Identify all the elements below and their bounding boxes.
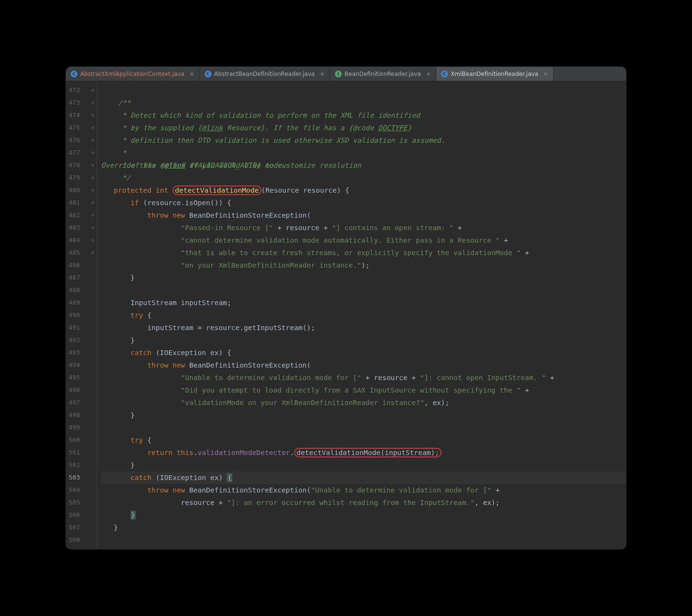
line-number: 495	[69, 371, 80, 384]
line-number: 503	[69, 471, 80, 484]
code-line[interactable]: try {	[101, 434, 626, 446]
line-number: 481	[69, 197, 80, 209]
line-number: 500	[69, 434, 80, 446]
line-number: 492	[69, 334, 80, 346]
fold-marker[interactable]: ⊖	[88, 147, 97, 159]
line-number: 484	[69, 234, 80, 246]
code-line[interactable]: resource + "]: an error occurred whilst …	[101, 496, 626, 509]
fold-marker[interactable]: ⊖	[88, 184, 97, 197]
line-number: 485	[69, 246, 80, 259]
line-number: 486	[69, 259, 80, 271]
line-number: 483	[69, 222, 80, 234]
line-number: 502	[69, 459, 80, 471]
tab-label: AbstractBeanDefinitionReader.java	[214, 71, 315, 77]
fold-marker[interactable]: ⊖	[88, 197, 97, 209]
fold-marker[interactable]: ⊖	[88, 246, 97, 259]
code-line[interactable]: "Passed-in Resource [" + resource + "] c…	[101, 222, 626, 234]
close-icon[interactable]: ×	[189, 70, 195, 77]
line-number: 497	[69, 396, 80, 409]
code-line[interactable]: /**	[101, 97, 626, 109]
fold-marker[interactable]: ⊖	[88, 109, 97, 122]
line-number: 493	[69, 346, 80, 359]
tab-2[interactable]: IBeanDefinitionReader.java×	[330, 67, 436, 81]
line-number-gutter: 4724734744754764774784794804814824834844…	[66, 81, 88, 549]
code-line[interactable]: * of the {@link #VALIDATION_AUTO} mode.	[101, 159, 626, 172]
code-line[interactable]: if (resource.isOpen()) {	[101, 197, 626, 209]
code-line[interactable]: }	[101, 271, 626, 284]
line-number: 490	[69, 309, 80, 321]
code-line[interactable]: "Unable to determine validation mode for…	[101, 371, 626, 384]
line-number: 489	[69, 296, 80, 309]
code-line[interactable]	[101, 84, 626, 97]
fold-marker[interactable]: ⊖	[88, 97, 97, 109]
editor-window: CAbstractXmlApplicationContext.java×CAbs…	[65, 66, 627, 550]
code-line[interactable]: throw new BeanDefinitionStoreException(	[101, 209, 626, 222]
tab-3[interactable]: CXmlBeanDefinitionReader.java×	[436, 67, 554, 81]
tab-1[interactable]: CAbstractBeanDefinitionReader.java×	[200, 67, 330, 81]
code-line[interactable]: return this.validationModeDetector.detec…	[101, 446, 626, 459]
code-line[interactable]: }	[101, 459, 626, 471]
code-line[interactable]: */	[101, 172, 626, 184]
class-icon: C	[205, 71, 211, 77]
code-line[interactable]	[101, 534, 626, 546]
code-line[interactable]: InputStream inputStream;	[101, 296, 626, 309]
code-area[interactable]: /** * Detect which kind of validation to…	[97, 81, 626, 549]
editor-body: 4724734744754764774784794804814824834844…	[66, 81, 626, 549]
code-line[interactable]: * Override this method if you would like…	[101, 147, 626, 159]
tab-bar: CAbstractXmlApplicationContext.java×CAbs…	[66, 67, 626, 81]
line-number: 505	[69, 496, 80, 509]
code-line[interactable]: inputStream = resource.getInputStream();	[101, 321, 626, 334]
code-line[interactable]: }	[101, 509, 626, 521]
fold-marker[interactable]: ⊖	[88, 84, 97, 97]
line-number: 491	[69, 321, 80, 334]
code-line[interactable]: "cannot determine validation mode automa…	[101, 234, 626, 246]
code-line[interactable]: protected int detectValidationMode(Resou…	[101, 184, 626, 197]
fold-marker[interactable]: ⊖	[88, 222, 97, 234]
fold-marker[interactable]: ⊖	[88, 234, 97, 246]
line-number: 479	[69, 172, 80, 184]
interface-icon: I	[335, 71, 342, 77]
line-number: 506	[69, 509, 80, 521]
code-line[interactable]: "that is able to create fresh streams, o…	[101, 246, 626, 259]
code-line[interactable]: catch (IOException ex) {	[101, 471, 626, 484]
line-number: 494	[69, 359, 80, 371]
fold-marker[interactable]: ⊖	[88, 159, 97, 172]
class-icon: C	[71, 71, 77, 77]
line-number: 501	[69, 446, 80, 459]
code-line[interactable]: * definition then DTD validation is used…	[101, 134, 626, 147]
code-line[interactable]: }	[101, 521, 626, 534]
code-line[interactable]: * Detect which kind of validation to per…	[101, 109, 626, 122]
close-icon[interactable]: ×	[426, 70, 431, 77]
tab-label: BeanDefinitionReader.java	[345, 71, 421, 77]
code-line[interactable]	[101, 421, 626, 434]
line-number: 496	[69, 384, 80, 396]
code-line[interactable]: try {	[101, 309, 626, 321]
close-icon[interactable]: ×	[543, 70, 548, 77]
code-line[interactable]: * by the supplied {@link Resource}. If t…	[101, 122, 626, 134]
code-line[interactable]: "on your XmlBeanDefinitionReader instanc…	[101, 259, 626, 271]
code-line[interactable]: throw new BeanDefinitionStoreException("…	[101, 484, 626, 496]
line-number: 478	[69, 159, 80, 172]
tab-label: XmlBeanDefinitionReader.java	[451, 71, 538, 77]
line-number: 482	[69, 209, 80, 222]
close-icon[interactable]: ×	[320, 70, 325, 77]
tab-0[interactable]: CAbstractXmlApplicationContext.java×	[66, 67, 200, 81]
code-line[interactable]	[101, 284, 626, 296]
line-number: 488	[69, 284, 80, 296]
code-line[interactable]: }	[101, 334, 626, 346]
code-line[interactable]: }	[101, 409, 626, 421]
code-line[interactable]: "Did you attempt to load directly from a…	[101, 384, 626, 396]
line-number: 504	[69, 484, 80, 496]
code-line[interactable]: throw new BeanDefinitionStoreException(	[101, 359, 626, 371]
code-line[interactable]: "validationMode on your XmlBeanDefinitio…	[101, 396, 626, 409]
fold-marker[interactable]: ⊖	[88, 172, 97, 184]
line-number: 476	[69, 134, 80, 147]
fold-marker[interactable]: ⊖	[88, 209, 97, 222]
fold-marker[interactable]: ⊖	[88, 122, 97, 134]
class-icon: C	[441, 71, 448, 77]
line-number: 487	[69, 271, 80, 284]
code-line[interactable]: catch (IOException ex) {	[101, 346, 626, 359]
line-number: 508	[69, 534, 80, 546]
line-number: 480	[69, 184, 80, 197]
fold-marker[interactable]: ⊖	[88, 134, 97, 147]
